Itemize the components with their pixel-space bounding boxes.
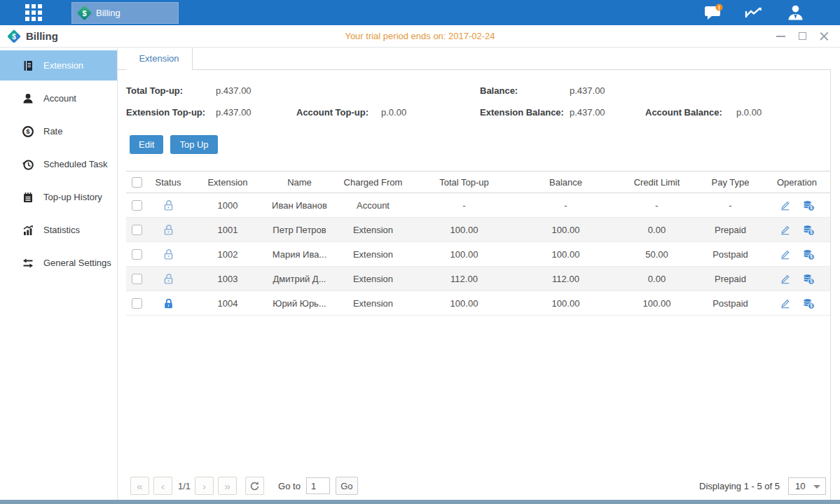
edit-row-icon[interactable]: [779, 298, 791, 309]
cell-pay-type: Prepaid: [697, 225, 764, 235]
edit-row-icon[interactable]: [779, 248, 791, 260]
balance-value: p.437.00: [570, 85, 605, 96]
cell-pay-type: Postpaid: [697, 298, 764, 309]
minimize-icon[interactable]: [776, 31, 785, 41]
user-icon[interactable]: [786, 4, 805, 21]
page-size-value: 10: [795, 481, 805, 491]
refresh-button[interactable]: [245, 477, 264, 495]
row-checkbox[interactable]: [132, 200, 142, 211]
sidebar-item-rate[interactable]: $ Rate: [0, 115, 117, 148]
svg-text:$: $: [810, 230, 813, 235]
maximize-icon[interactable]: [797, 31, 807, 41]
account-balance-label: Account Balance:: [645, 107, 736, 118]
table-row[interactable]: 1002 Мария Ива... Extension 100.00 100.0…: [126, 242, 830, 267]
sidebar: Extension Account $ Rate: [0, 48, 118, 500]
rate-icon: $: [21, 125, 34, 138]
displaying-text: Displaying 1 - 5 of 5: [699, 481, 780, 491]
account-icon: [21, 92, 34, 105]
sidebar-item-extension[interactable]: Extension: [0, 50, 117, 80]
cell-name: Иван Иванов: [266, 200, 333, 211]
reports-icon[interactable]: [744, 5, 765, 20]
cell-balance: 112.00: [515, 274, 617, 284]
cell-charged-from: Account: [333, 200, 413, 211]
cell-total-topup: 100.00: [413, 298, 515, 309]
statistics-icon: [21, 223, 34, 237]
tabbar: Extension: [118, 48, 831, 70]
edit-button[interactable]: Edit: [130, 135, 163, 154]
cell-balance: -: [515, 200, 617, 211]
billing-diamond-icon: $: [7, 29, 21, 43]
col-charged-from: Charged From: [333, 177, 413, 188]
close-icon[interactable]: [819, 31, 829, 41]
edit-row-icon[interactable]: [779, 200, 791, 211]
goto-page-input[interactable]: [306, 477, 330, 494]
scheduled-task-icon: [21, 158, 34, 171]
topup-row-icon[interactable]: $: [802, 248, 815, 260]
sidebar-item-scheduled-task[interactable]: Scheduled Task: [0, 148, 117, 181]
cell-charged-from: Extension: [333, 298, 413, 309]
cell-credit-limit: 100.00: [617, 298, 697, 309]
go-button[interactable]: Go: [336, 477, 358, 495]
col-extension: Extension: [189, 177, 266, 188]
row-checkbox[interactable]: [132, 225, 142, 235]
topup-button[interactable]: Top Up: [170, 135, 217, 154]
page-size-select[interactable]: 10: [788, 477, 826, 495]
col-status: Status: [147, 177, 189, 188]
next-page-button[interactable]: ›: [195, 477, 214, 495]
cell-balance: 100.00: [515, 298, 617, 309]
summary-right: Balance: p.437.00 Extension Balance: p.4…: [480, 80, 762, 123]
table-row[interactable]: 1004 Юрий Юрь... Extension 100.00 100.00…: [126, 291, 830, 316]
table-row[interactable]: 1001 Петр Петров Extension 100.00 100.00…: [126, 218, 830, 242]
topup-row-icon[interactable]: $: [802, 200, 815, 211]
sidebar-item-topup-history[interactable]: Top-up History: [0, 181, 117, 214]
account-balance-value: p.0.00: [736, 107, 762, 118]
chevron-down-icon: [813, 485, 820, 489]
account-topup-value: p.0.00: [381, 107, 406, 118]
first-page-button[interactable]: «: [130, 477, 149, 495]
topup-row-icon[interactable]: $: [802, 224, 815, 236]
trial-notice: Your trial period ends on: 2017-02-24: [0, 31, 840, 41]
topup-row-icon[interactable]: $: [802, 273, 815, 285]
cell-pay-type: Prepaid: [697, 274, 764, 284]
row-checkbox[interactable]: [132, 249, 142, 260]
row-checkbox[interactable]: [132, 274, 142, 284]
taskbar-tab-billing[interactable]: $ Billing: [71, 2, 179, 24]
sidebar-item-account[interactable]: Account: [0, 82, 117, 115]
billing-diamond-icon: $: [77, 6, 92, 20]
cell-name: Дмитрий Д...: [266, 274, 333, 284]
lock-closed-icon: [147, 298, 189, 309]
edit-row-icon[interactable]: [779, 224, 791, 236]
total-topup-label: Total Top-up:: [126, 85, 216, 96]
table-row[interactable]: 1003 Дмитрий Д... Extension 112.00 112.0…: [126, 267, 830, 291]
topup-history-icon: [21, 190, 34, 204]
table-header: Status Extension Name Charged From Total…: [126, 171, 830, 193]
col-balance: Balance: [515, 177, 617, 188]
sidebar-item-statistics[interactable]: Statistics: [0, 214, 117, 246]
apps-grid-icon[interactable]: [25, 4, 42, 21]
last-page-button[interactable]: »: [218, 477, 237, 495]
extension-panel: Total Top-up: p.437.00 Extension Top-up:…: [118, 70, 831, 500]
prev-page-button[interactable]: ‹: [153, 477, 172, 495]
extension-table: Status Extension Name Charged From Total…: [126, 171, 830, 316]
window-titlebar: $ Billing Your trial period ends on: 201…: [0, 25, 840, 48]
pagination-right: Displaying 1 - 5 of 5 10: [699, 477, 826, 495]
sidebar-item-label: General Settings: [43, 258, 111, 268]
topup-row-icon[interactable]: $: [802, 298, 815, 309]
cell-credit-limit: 50.00: [617, 249, 697, 260]
cell-balance: 100.00: [515, 225, 617, 235]
sidebar-item-general-settings[interactable]: General Settings: [0, 246, 117, 279]
select-all-checkbox[interactable]: [132, 177, 142, 188]
col-total-topup: Total Top-up: [413, 177, 515, 188]
col-operation: Operation: [764, 177, 830, 188]
cell-charged-from: Extension: [333, 274, 413, 284]
window-title-group: $ Billing: [9, 30, 58, 42]
cell-extension: 1004: [189, 298, 266, 309]
table-row[interactable]: 1000 Иван Иванов Account - - - -: [126, 193, 830, 218]
sidebar-item-label: Rate: [43, 126, 62, 136]
tab-extension[interactable]: Extension: [126, 48, 193, 70]
window-controls: [776, 31, 829, 41]
messages-icon[interactable]: !: [704, 4, 723, 21]
row-checkbox[interactable]: [132, 298, 142, 309]
edit-row-icon[interactable]: [779, 273, 791, 285]
cell-balance: 100.00: [515, 249, 617, 260]
